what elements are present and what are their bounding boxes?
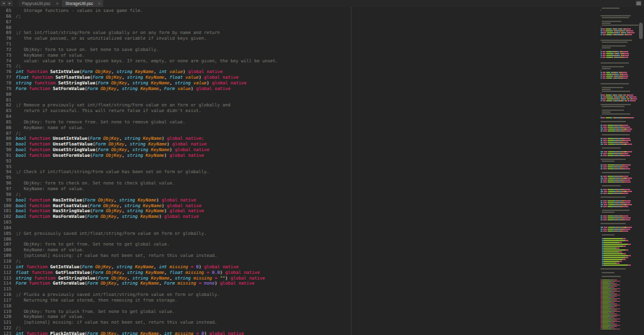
line-number: 65 (0, 8, 11, 14)
minimap-segment (601, 55, 602, 56)
minimap-segment (606, 57, 612, 58)
code-line[interactable]: 71 (0, 42, 644, 47)
line-number: 86 (0, 125, 11, 131)
code-line[interactable]: 123int function PluckIntValue(Form ObjKe… (0, 331, 644, 335)
code-line[interactable]: 100bool function HasFloatValue(Form ObjK… (0, 203, 644, 209)
code-line[interactable]: 113string function GetStringValue(Form O… (0, 276, 644, 281)
code-editing-area[interactable]: 65 Storage functions - values in save ga… (0, 7, 644, 335)
scrollbar-track[interactable] (639, 7, 644, 335)
code-text: [optional] missing: if value has not bee… (16, 253, 217, 259)
minimap-segment (603, 32, 606, 33)
code-line[interactable]: 76int function SetIntValue(Form ObjKey, … (0, 69, 644, 75)
minimap-segment (606, 53, 612, 54)
minimap-segment (603, 193, 607, 194)
code-line[interactable]: 82;/ Remove a previously set int/float/s… (0, 103, 644, 108)
code-line[interactable]: 109 [optional] missing: if value has not… (0, 253, 644, 259)
minimap-segment (613, 286, 617, 287)
code-line[interactable]: 77float function SetFloatValue(Form ObjK… (0, 75, 644, 81)
code-line[interactable]: 98/; (0, 192, 644, 198)
code-line[interactable]: 121 [optional] missing: if value has not… (0, 320, 644, 326)
line-number: 104 (0, 225, 11, 231)
code-line[interactable]: 67 (0, 20, 644, 25)
code-line[interactable]: 114Form function GetFormValue(Form ObjKe… (0, 281, 644, 287)
code-line[interactable]: 69;/ Set int/float/string/Form value glo… (0, 30, 644, 36)
code-line[interactable]: 107 ObjKey: form to get from. Set none t… (0, 242, 644, 247)
code-line[interactable]: 106 (0, 237, 644, 242)
code-line[interactable]: 117 Returning the value stored, then rem… (0, 298, 644, 304)
tab-papyrusutil[interactable]: PapyrusUtil.psc × (18, 0, 62, 7)
code-line[interactable]: 103 (0, 220, 644, 225)
code-line[interactable]: 79Form function SetFormValue(Form ObjKey… (0, 86, 644, 92)
code-line[interactable]: 68 (0, 25, 644, 31)
code-line[interactable]: 92 (0, 159, 644, 164)
code-line[interactable]: 102bool function HasFormValue(Form ObjKe… (0, 214, 644, 220)
code-line[interactable]: 80 (0, 92, 644, 98)
code-line[interactable]: 104 (0, 225, 644, 231)
code-line[interactable]: 88bool function UnsetIntValue(Form ObjKe… (0, 136, 644, 142)
code-line[interactable]: 105;/ Get previously saved int/float/str… (0, 231, 644, 237)
code-line[interactable]: 93 (0, 164, 644, 170)
code-line[interactable]: 115 (0, 287, 644, 292)
minimap-segment (611, 94, 612, 96)
code-line[interactable]: 70 the value passed, or as uninitialized… (0, 36, 644, 42)
code-text: return if successful. This will return f… (16, 108, 201, 114)
scrollbar-thumb[interactable] (639, 23, 643, 39)
minimap-segment (603, 125, 607, 126)
minimap-segment (602, 111, 611, 113)
code-line[interactable]: 97 KeyName: name of value. (0, 186, 644, 192)
code-line[interactable]: 90bool function UnsetStringValue(Form Ob… (0, 147, 644, 153)
code-line[interactable]: 120 KeyName: name of value. (0, 314, 644, 320)
code-line[interactable]: 75/; (0, 64, 644, 69)
code-line[interactable]: 84 (0, 114, 644, 120)
code-line[interactable]: 85 ObjKey: form to remove from. Set none… (0, 120, 644, 125)
code-line[interactable]: 111int function GetIntValue(Form ObjKey,… (0, 264, 644, 270)
code-line[interactable]: 99bool function HasIntValue(Form ObjKey,… (0, 198, 644, 203)
code-line[interactable]: 108 KeyName: name of value. (0, 247, 644, 253)
code-line[interactable]: 122/; (0, 326, 644, 331)
code-line[interactable]: 65 Storage functions - values in save ga… (0, 8, 644, 14)
minimap-segment (601, 193, 602, 194)
line-number: 76 (0, 69, 11, 75)
minimap-segment (602, 311, 611, 312)
code-line[interactable]: 72 ObjKey: form to save on. Set none to … (0, 47, 644, 53)
code-line[interactable]: 110/; (0, 259, 644, 264)
minimap-segment (601, 166, 602, 168)
minimap-segment (626, 178, 632, 179)
line-number: 96 (0, 181, 11, 186)
code-line[interactable]: 95 (0, 175, 644, 181)
tab-storageutil[interactable]: StorageUtil.psc × (62, 0, 103, 7)
minimap-segment (608, 125, 613, 126)
code-line[interactable]: 78string function SetStringValue(Form Ob… (0, 81, 644, 86)
code-line[interactable]: 112float function GetFloatValue(Form Obj… (0, 270, 644, 276)
code-line[interactable]: 96 ObjKey: form to check on. Set none to… (0, 181, 644, 186)
minimap-segment (602, 72, 606, 73)
code-line[interactable]: 94;/ Check if int/float/string/Form valu… (0, 169, 644, 175)
code-line[interactable]: 101bool function HasStringValue(Form Obj… (0, 208, 644, 214)
minimap-segment (604, 264, 628, 266)
minimap-segment (613, 296, 617, 297)
close-icon[interactable]: × (98, 1, 101, 6)
code-line[interactable]: 73 KeyName: name of value. (0, 53, 644, 59)
minimap-segment (623, 215, 628, 217)
minimap-segment (611, 100, 613, 101)
code-line[interactable]: 119 ObjKey: form to pluck from. Set none… (0, 309, 644, 315)
code-line[interactable]: 87/; (0, 131, 644, 137)
code-line[interactable]: 89bool function UnsetFloatValue(Form Obj… (0, 142, 644, 147)
minimap[interactable] (601, 8, 638, 335)
code-line[interactable]: 81 (0, 98, 644, 103)
code-text: ;/ Plucks a previously saved int/float/s… (16, 292, 220, 298)
close-icon[interactable]: × (56, 1, 58, 6)
overflow-menu-icon[interactable] (636, 1, 641, 6)
code-line[interactable]: 91bool function UnsetFormValue(Form ObjK… (0, 153, 644, 159)
code-line[interactable]: 83 return if successful. This will retur… (0, 108, 644, 114)
minimap-segment (603, 168, 607, 169)
code-line[interactable]: 118 (0, 304, 644, 309)
code-line[interactable]: 74 value: value to set to the given keys… (0, 59, 644, 64)
code-line[interactable]: 86 KeyName: name of value. (0, 125, 644, 131)
tab-scroll-right-icon[interactable]: ▸ (7, 1, 13, 6)
tab-scroll-left-icon[interactable]: ◂ (1, 1, 6, 6)
line-number: 121 (0, 320, 11, 326)
code-line[interactable]: 66/; (0, 14, 644, 20)
minimap-segment (601, 217, 602, 219)
code-line[interactable]: 116;/ Plucks a previously saved int/floa… (0, 292, 644, 298)
